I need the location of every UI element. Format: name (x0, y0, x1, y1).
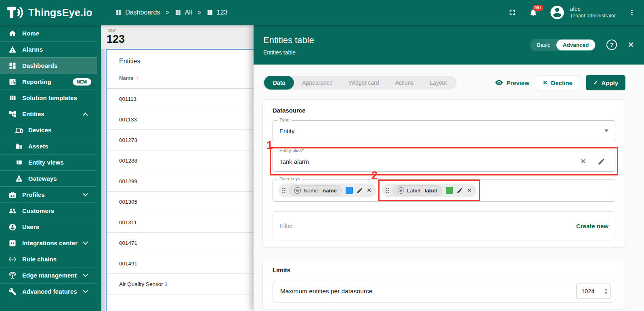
remove-icon[interactable]: ✕ (367, 187, 372, 194)
key-color-swatch[interactable] (346, 187, 353, 194)
sidebar-item-advanced-features[interactable]: Advanced features (0, 283, 97, 299)
breadcrumb-item-current[interactable]: 123 (207, 9, 228, 16)
apply-button[interactable]: ✓ Apply (586, 75, 625, 90)
hierarchy-icon (15, 175, 23, 182)
tab-appearance[interactable]: Appearance (294, 76, 341, 90)
tab-layout[interactable]: Layout (422, 76, 455, 90)
top-header: ThingsEye.io Dashboards > All > 123 (0, 0, 644, 25)
home-icon (8, 29, 17, 38)
close-icon[interactable]: ✕ (627, 41, 634, 49)
title-field-value[interactable]: 123 (107, 33, 258, 46)
edit-pencil-icon[interactable] (357, 187, 363, 194)
tab-data[interactable]: Data (264, 76, 294, 90)
dashboard-icon (175, 9, 181, 16)
data-key-pill: E Name: name (289, 185, 342, 196)
key-color-swatch[interactable] (446, 187, 453, 194)
panel-title: Entities table (263, 35, 314, 46)
sidebar-item-reporting[interactable]: Reporting NEW (0, 73, 97, 90)
sidebar-item-rule-chains[interactable]: Rule chains (0, 251, 97, 267)
building-icon (15, 143, 23, 150)
sidebar-item-gateways[interactable]: Gateways (0, 170, 97, 186)
notifications-button[interactable]: 99+ (529, 8, 538, 17)
sidebar-item-entities[interactable]: Entities (0, 106, 97, 122)
sidebar-item-profiles[interactable]: Profiles (0, 186, 97, 202)
tab-group: Data Appearance Widget card Actions Layo… (262, 76, 457, 90)
sidebar-item-assets[interactable]: Assets (0, 138, 97, 154)
sidebar-item-customers[interactable]: Customers (0, 202, 97, 219)
max-entities-input[interactable]: 1024 (576, 284, 611, 299)
breadcrumb-item-dashboards[interactable]: Dashboards (115, 9, 160, 16)
drag-handle-icon[interactable] (386, 188, 389, 193)
remove-icon[interactable]: ✕ (467, 187, 472, 194)
help-icon[interactable]: ? (606, 40, 617, 50)
logo-text: ThingsEye.io (28, 7, 92, 19)
table-row[interactable]: 001311 (107, 212, 258, 233)
sidebar-item-dashboards[interactable]: Dashboards (0, 57, 97, 73)
stepper-up-icon[interactable] (604, 288, 608, 290)
type-label: Type (277, 117, 292, 122)
sidebar-item-entity-views[interactable]: Entity views (0, 154, 97, 170)
app-logo[interactable]: ThingsEye.io (6, 5, 92, 20)
sidebar-item-edge-management[interactable]: Edge management (0, 267, 97, 283)
max-entities-value[interactable]: 1024 (581, 288, 604, 294)
table-row[interactable]: 001133 (107, 109, 258, 130)
panel-titles: Entities table Entities table (263, 34, 314, 56)
drag-handle-icon[interactable] (282, 188, 285, 193)
table-row[interactable]: 001305 (107, 192, 258, 212)
sidebar-item-solution-templates[interactable]: Solution templates (0, 90, 97, 106)
code-arrows-icon (8, 255, 17, 263)
toggle-option-basic[interactable]: Basic (531, 40, 556, 50)
breadcrumb: Dashboards > All > 123 (115, 9, 227, 16)
type-select[interactable]: Type Entity (273, 120, 615, 141)
filter-input[interactable] (279, 222, 576, 230)
filter-field[interactable]: Create new (273, 211, 615, 240)
fullscreen-icon[interactable] (508, 8, 517, 17)
table-row[interactable]: 001471 (107, 233, 258, 253)
widget-header: Entities Name ↑ (107, 50, 258, 89)
limits-row-label: Maximum entities per datasource (280, 288, 372, 295)
table-row[interactable]: 001289 (107, 171, 258, 192)
columns-icon (15, 159, 23, 166)
dashboard-icon (8, 62, 17, 70)
table-row[interactable]: 001113 (107, 89, 258, 109)
sidebar-item-alarms[interactable]: Alarms (0, 41, 97, 57)
tree-icon (8, 110, 17, 118)
widget-selection-glow (101, 49, 106, 311)
data-keys-field[interactable]: Data keys E Name: name ✕ (273, 179, 615, 202)
sidebar-item-home[interactable]: Home (0, 25, 97, 41)
column-header-name[interactable]: Name ↑ (119, 75, 258, 81)
dashboard-title-field[interactable]: Title* 123 (101, 25, 258, 49)
sidebar-item-users[interactable]: Users (0, 219, 97, 235)
entity-alias-field[interactable]: Entity alias* Tank alarm ✕ (273, 151, 615, 172)
entities-table-widget[interactable]: Entities Name ↑ 001113 001133 001273 001… (106, 49, 258, 311)
table-row[interactable]: 001273 (107, 130, 258, 150)
data-key-chip-label: E Label: label ✕ (382, 184, 476, 197)
breadcrumb-separator: > (166, 9, 169, 16)
sidebar-item-devices[interactable]: Devices (0, 122, 97, 138)
stepper-down-icon[interactable] (604, 292, 608, 294)
table-row[interactable]: 001491 (107, 253, 258, 274)
table-row[interactable]: Air Quality Sensor 1 (107, 274, 258, 294)
panel-header-actions: Basic Advanced ? ✕ (530, 39, 634, 51)
people-icon (8, 207, 17, 215)
kebab-menu-icon[interactable] (628, 8, 636, 17)
entity-type-icon: E (294, 187, 301, 194)
chevron-down-icon (83, 240, 88, 245)
edit-pencil-icon[interactable] (457, 187, 463, 194)
data-key-chip-name: E Name: name ✕ (279, 184, 376, 197)
create-new-link[interactable]: Create new (576, 223, 608, 230)
breadcrumb-item-all[interactable]: All (175, 9, 192, 16)
toggle-option-advanced[interactable]: Advanced (556, 40, 596, 50)
avatar[interactable] (549, 4, 565, 21)
preview-button[interactable]: Preview (495, 79, 529, 87)
sidebar-item-integrations-center[interactable]: Integrations center (0, 235, 97, 251)
decline-button[interactable]: ✕ Decline (536, 75, 579, 90)
widget-config-panel: Entities table Entities table Basic Adva… (254, 25, 644, 311)
edit-pencil-icon[interactable] (598, 158, 605, 165)
tab-actions[interactable]: Actions (387, 76, 422, 90)
clear-icon[interactable]: ✕ (580, 157, 586, 166)
tab-widget-card[interactable]: Widget card (341, 76, 387, 90)
entity-alias-wrap: Entity alias* Tank alarm ✕ 1 (273, 151, 615, 172)
limits-row: Maximum entities per datasource 1024 (273, 280, 615, 303)
table-row[interactable]: 001288 (107, 150, 258, 171)
